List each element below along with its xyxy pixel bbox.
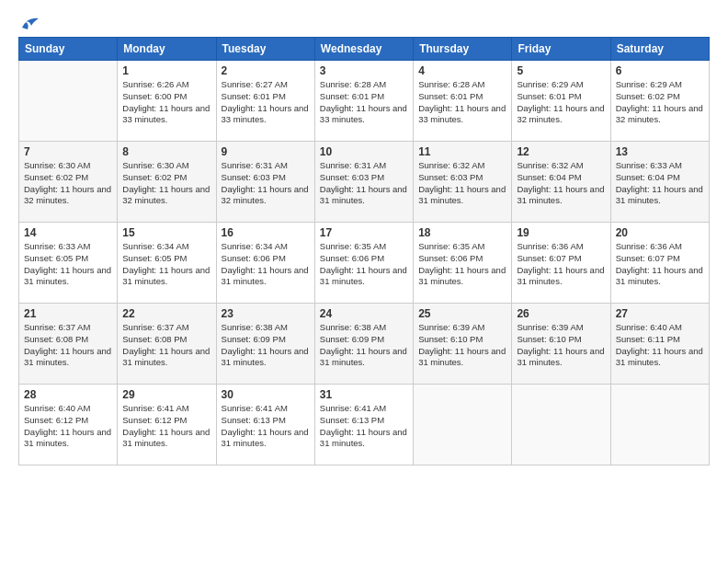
- calendar-cell: [19, 61, 118, 142]
- day-info: Sunrise: 6:34 AMSunset: 6:06 PMDaylight:…: [222, 241, 310, 288]
- day-info: Sunrise: 6:37 AMSunset: 6:08 PMDaylight:…: [122, 322, 210, 369]
- day-number: 15: [122, 226, 210, 239]
- weekday-header: Friday: [512, 38, 610, 61]
- weekday-header: Saturday: [610, 38, 709, 61]
- calendar-cell: 4Sunrise: 6:28 AMSunset: 6:01 PMDaylight…: [414, 61, 512, 142]
- calendar-cell: 22Sunrise: 6:37 AMSunset: 6:08 PMDayligh…: [118, 304, 216, 385]
- calendar-cell: [414, 385, 512, 465]
- day-number: 23: [222, 307, 310, 320]
- day-info: Sunrise: 6:32 AMSunset: 6:03 PMDaylight:…: [418, 160, 506, 207]
- day-info: Sunrise: 6:37 AMSunset: 6:08 PMDaylight:…: [24, 322, 112, 369]
- calendar-cell: 31Sunrise: 6:41 AMSunset: 6:13 PMDayligh…: [314, 385, 413, 465]
- logo-text: [18, 15, 40, 31]
- day-info: Sunrise: 6:38 AMSunset: 6:09 PMDaylight:…: [320, 322, 408, 369]
- calendar-cell: 13Sunrise: 6:33 AMSunset: 6:04 PMDayligh…: [610, 142, 709, 223]
- calendar-cell: 10Sunrise: 6:31 AMSunset: 6:03 PMDayligh…: [314, 142, 413, 223]
- calendar-week-row: 1Sunrise: 6:26 AMSunset: 6:00 PMDaylight…: [19, 61, 710, 142]
- day-info: Sunrise: 6:26 AMSunset: 6:00 PMDaylight:…: [122, 79, 210, 126]
- day-info: Sunrise: 6:40 AMSunset: 6:11 PMDaylight:…: [616, 322, 704, 369]
- weekday-header: Tuesday: [216, 38, 314, 61]
- day-info: Sunrise: 6:33 AMSunset: 6:05 PMDaylight:…: [24, 241, 112, 288]
- day-info: Sunrise: 6:36 AMSunset: 6:07 PMDaylight:…: [517, 241, 605, 288]
- day-info: Sunrise: 6:41 AMSunset: 6:13 PMDaylight:…: [222, 403, 310, 450]
- calendar-week-row: 21Sunrise: 6:37 AMSunset: 6:08 PMDayligh…: [19, 304, 710, 385]
- day-info: Sunrise: 6:30 AMSunset: 6:02 PMDaylight:…: [24, 160, 112, 207]
- day-number: 2: [222, 64, 310, 77]
- day-info: Sunrise: 6:41 AMSunset: 6:13 PMDaylight:…: [320, 403, 408, 450]
- day-number: 28: [24, 388, 112, 401]
- calendar-cell: 5Sunrise: 6:29 AMSunset: 6:01 PMDaylight…: [512, 61, 610, 142]
- calendar-cell: 1Sunrise: 6:26 AMSunset: 6:00 PMDaylight…: [118, 61, 216, 142]
- calendar-cell: 18Sunrise: 6:35 AMSunset: 6:06 PMDayligh…: [414, 223, 512, 304]
- day-number: 20: [616, 226, 704, 239]
- day-info: Sunrise: 6:39 AMSunset: 6:10 PMDaylight:…: [517, 322, 605, 369]
- day-info: Sunrise: 6:35 AMSunset: 6:06 PMDaylight:…: [320, 241, 408, 288]
- calendar-cell: 15Sunrise: 6:34 AMSunset: 6:05 PMDayligh…: [118, 223, 216, 304]
- calendar-cell: 11Sunrise: 6:32 AMSunset: 6:03 PMDayligh…: [414, 142, 512, 223]
- calendar-cell: 12Sunrise: 6:32 AMSunset: 6:04 PMDayligh…: [512, 142, 610, 223]
- calendar-week-row: 7Sunrise: 6:30 AMSunset: 6:02 PMDaylight…: [19, 142, 710, 223]
- calendar-cell: 8Sunrise: 6:30 AMSunset: 6:02 PMDaylight…: [118, 142, 216, 223]
- day-number: 31: [320, 388, 408, 401]
- day-number: 24: [320, 307, 408, 320]
- calendar-cell: 24Sunrise: 6:38 AMSunset: 6:09 PMDayligh…: [314, 304, 413, 385]
- calendar-cell: 16Sunrise: 6:34 AMSunset: 6:06 PMDayligh…: [216, 223, 314, 304]
- calendar-cell: [610, 385, 709, 465]
- day-info: Sunrise: 6:40 AMSunset: 6:12 PMDaylight:…: [24, 403, 112, 450]
- day-number: 30: [222, 388, 310, 401]
- day-info: Sunrise: 6:31 AMSunset: 6:03 PMDaylight:…: [320, 160, 408, 207]
- day-number: 9: [222, 145, 310, 158]
- calendar-cell: 21Sunrise: 6:37 AMSunset: 6:08 PMDayligh…: [19, 304, 118, 385]
- day-info: Sunrise: 6:29 AMSunset: 6:02 PMDaylight:…: [616, 79, 704, 126]
- weekday-header: Wednesday: [314, 38, 413, 61]
- day-info: Sunrise: 6:35 AMSunset: 6:06 PMDaylight:…: [418, 241, 506, 288]
- calendar-cell: 30Sunrise: 6:41 AMSunset: 6:13 PMDayligh…: [216, 385, 314, 465]
- calendar-cell: 3Sunrise: 6:28 AMSunset: 6:01 PMDaylight…: [314, 61, 413, 142]
- day-number: 5: [517, 64, 605, 77]
- day-number: 16: [222, 226, 310, 239]
- day-number: 25: [418, 307, 506, 320]
- day-number: 3: [320, 64, 408, 77]
- day-number: 17: [320, 226, 408, 239]
- day-info: Sunrise: 6:28 AMSunset: 6:01 PMDaylight:…: [418, 79, 506, 126]
- day-info: Sunrise: 6:30 AMSunset: 6:02 PMDaylight:…: [122, 160, 210, 207]
- calendar-cell: 26Sunrise: 6:39 AMSunset: 6:10 PMDayligh…: [512, 304, 610, 385]
- calendar-cell: 14Sunrise: 6:33 AMSunset: 6:05 PMDayligh…: [19, 223, 118, 304]
- weekday-header: Sunday: [19, 38, 118, 61]
- calendar-cell: 20Sunrise: 6:36 AMSunset: 6:07 PMDayligh…: [610, 223, 709, 304]
- calendar-week-row: 28Sunrise: 6:40 AMSunset: 6:12 PMDayligh…: [19, 385, 710, 465]
- day-number: 1: [122, 64, 210, 77]
- calendar-cell: 28Sunrise: 6:40 AMSunset: 6:12 PMDayligh…: [19, 385, 118, 465]
- calendar-cell: [512, 385, 610, 465]
- day-number: 10: [320, 145, 408, 158]
- calendar-cell: 23Sunrise: 6:38 AMSunset: 6:09 PMDayligh…: [216, 304, 314, 385]
- day-info: Sunrise: 6:28 AMSunset: 6:01 PMDaylight:…: [320, 79, 408, 126]
- weekday-header: Thursday: [414, 38, 512, 61]
- calendar-cell: 29Sunrise: 6:41 AMSunset: 6:12 PMDayligh…: [118, 385, 216, 465]
- day-number: 4: [418, 64, 506, 77]
- day-number: 14: [24, 226, 112, 239]
- day-number: 13: [616, 145, 704, 158]
- logo-bird-icon: [20, 15, 40, 31]
- day-info: Sunrise: 6:33 AMSunset: 6:04 PMDaylight:…: [616, 160, 704, 207]
- day-number: 7: [24, 145, 112, 158]
- day-number: 6: [616, 64, 704, 77]
- day-info: Sunrise: 6:38 AMSunset: 6:09 PMDaylight:…: [222, 322, 310, 369]
- calendar-cell: 2Sunrise: 6:27 AMSunset: 6:01 PMDaylight…: [216, 61, 314, 142]
- calendar-cell: 6Sunrise: 6:29 AMSunset: 6:02 PMDaylight…: [610, 61, 709, 142]
- day-info: Sunrise: 6:32 AMSunset: 6:04 PMDaylight:…: [517, 160, 605, 207]
- weekday-header: Monday: [118, 38, 216, 61]
- day-info: Sunrise: 6:31 AMSunset: 6:03 PMDaylight:…: [222, 160, 310, 207]
- calendar-cell: 7Sunrise: 6:30 AMSunset: 6:02 PMDaylight…: [19, 142, 118, 223]
- day-info: Sunrise: 6:34 AMSunset: 6:05 PMDaylight:…: [122, 241, 210, 288]
- day-info: Sunrise: 6:41 AMSunset: 6:12 PMDaylight:…: [122, 403, 210, 450]
- page: SundayMondayTuesdayWednesdayThursdayFrid…: [0, 0, 728, 563]
- header: [18, 15, 710, 28]
- day-number: 18: [418, 226, 506, 239]
- calendar-cell: 25Sunrise: 6:39 AMSunset: 6:10 PMDayligh…: [414, 304, 512, 385]
- day-number: 29: [122, 388, 210, 401]
- day-info: Sunrise: 6:27 AMSunset: 6:01 PMDaylight:…: [222, 79, 310, 126]
- day-number: 8: [122, 145, 210, 158]
- calendar-cell: 27Sunrise: 6:40 AMSunset: 6:11 PMDayligh…: [610, 304, 709, 385]
- day-number: 27: [616, 307, 704, 320]
